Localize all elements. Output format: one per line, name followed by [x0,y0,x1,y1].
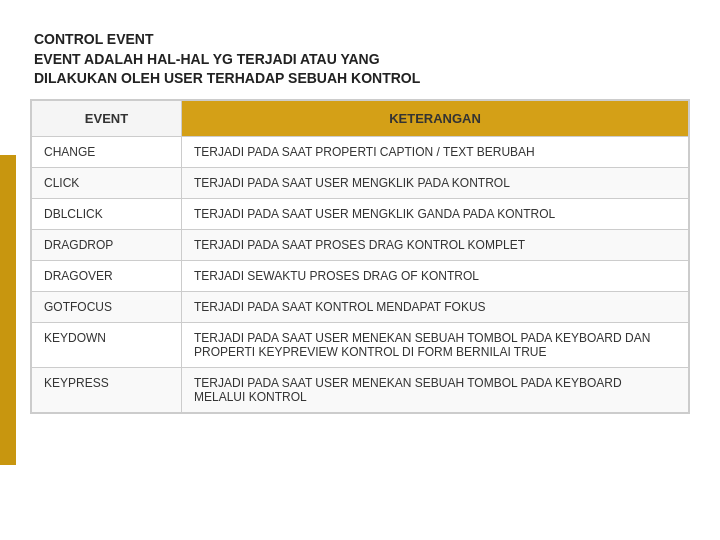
event-cell: CLICK [32,167,182,198]
keterangan-cell: TERJADI PADA SAAT PROSES DRAG KONTROL KO… [182,229,689,260]
event-column-header: EVENT [32,100,182,136]
event-cell: CHANGE [32,136,182,167]
event-cell: DRAGDROP [32,229,182,260]
title-line2: EVENT ADALAH HAL-HAL YG TERJADI ATAU YAN… [34,50,690,70]
table-row: DRAGOVERTERJADI SEWAKTU PROSES DRAG OF K… [32,260,689,291]
keterangan-cell: TERJADI PADA SAAT PROPERTI CAPTION / TEX… [182,136,689,167]
event-cell: KEYPRESS [32,367,182,412]
table-row: DBLCLICKTERJADI PADA SAAT USER MENGKLIK … [32,198,689,229]
title-line1: CONTROL EVENT [34,30,690,50]
table-row: GOTFOCUSTERJADI PADA SAAT KONTROL MENDAP… [32,291,689,322]
event-cell: DRAGOVER [32,260,182,291]
event-cell: KEYDOWN [32,322,182,367]
left-accent-bar [0,155,16,465]
keterangan-cell: TERJADI PADA SAAT USER MENEKAN SEBUAH TO… [182,322,689,367]
events-table: EVENT KETERANGAN CHANGETERJADI PADA SAAT… [30,99,690,414]
keterangan-cell: TERJADI SEWAKTU PROSES DRAG OF KONTROL [182,260,689,291]
table-row: DRAGDROPTERJADI PADA SAAT PROSES DRAG KO… [32,229,689,260]
event-cell: GOTFOCUS [32,291,182,322]
keterangan-cell: TERJADI PADA SAAT USER MENGKLIK PADA KON… [182,167,689,198]
keterangan-cell: TERJADI PADA SAAT USER MENGKLIK GANDA PA… [182,198,689,229]
event-cell: DBLCLICK [32,198,182,229]
title-line3: DILAKUKAN OLEH USER TERHADAP SEBUAH KONT… [34,69,690,89]
table-row: KEYPRESSTERJADI PADA SAAT USER MENEKAN S… [32,367,689,412]
keterangan-column-header: KETERANGAN [182,100,689,136]
table-row: KEYDOWNTERJADI PADA SAAT USER MENEKAN SE… [32,322,689,367]
keterangan-cell: TERJADI PADA SAAT USER MENEKAN SEBUAH TO… [182,367,689,412]
table-row: CLICKTERJADI PADA SAAT USER MENGKLIK PAD… [32,167,689,198]
keterangan-cell: TERJADI PADA SAAT KONTROL MENDAPAT FOKUS [182,291,689,322]
table-row: CHANGETERJADI PADA SAAT PROPERTI CAPTION… [32,136,689,167]
title-block: CONTROL EVENT EVENT ADALAH HAL-HAL YG TE… [30,30,690,89]
